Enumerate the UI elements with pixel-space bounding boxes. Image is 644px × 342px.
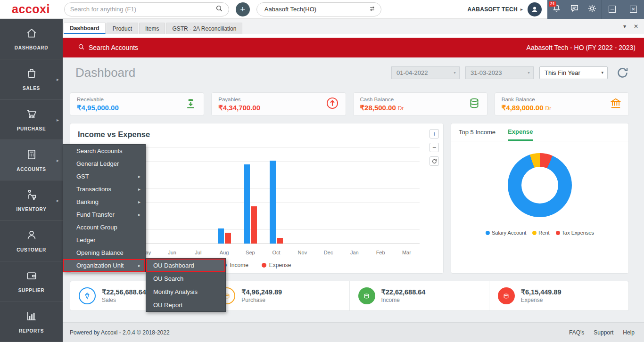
date-to-field[interactable]: 31-03-2023 ▾: [465, 66, 534, 79]
messages-button[interactable]: [565, 0, 583, 19]
search-icon[interactable]: [215, 5, 223, 14]
chevron-down-icon[interactable]: ▾: [524, 67, 533, 79]
footer-link-faqs[interactable]: FAQ's: [569, 329, 584, 336]
gear-icon: [587, 4, 597, 15]
quick-add-button[interactable]: +: [236, 2, 250, 16]
menu-item-banking[interactable]: Banking▸: [63, 195, 145, 208]
sidebar-label: DASHBOARD: [15, 45, 48, 50]
accoxi-logo[interactable]: accoxi: [12, 2, 50, 16]
tab-gstr-2a-reconciliation[interactable]: GSTR - 2A Reconciliation: [166, 23, 242, 34]
settings-button[interactable]: [583, 0, 601, 19]
menu-item-general-ledger[interactable]: General Ledger: [63, 157, 145, 170]
sidebar-label: ACCOUNTS: [17, 167, 46, 172]
org-selector[interactable]: Aabasoft Tech(HO): [256, 2, 381, 16]
receivable-card[interactable]: Receivable ₹4,95,000.00: [70, 92, 204, 116]
tab-product[interactable]: Product: [107, 23, 138, 34]
page-header: Dashboard 01-04-2022 ▾ 31-03-2023 ▾ This…: [63, 57, 644, 88]
footer-link-support[interactable]: Support: [594, 329, 613, 336]
menu-item-opening-balance[interactable]: Opening Balance: [63, 246, 145, 259]
sidebar-item-purchase[interactable]: PURCHASE ▸: [0, 100, 63, 140]
stat-label: Purchase: [241, 297, 282, 303]
bar-income-aug: [218, 228, 224, 244]
tab-top5-income[interactable]: Top 5 Income: [459, 123, 495, 141]
global-search-input[interactable]: [70, 6, 215, 13]
submenu-item-ou-search[interactable]: OU Search: [146, 272, 225, 285]
bar-group-feb: [368, 147, 394, 244]
chevron-right-icon: ▸: [57, 198, 59, 203]
sidebar: DASHBOARD SALES ▸ PURCHASE ▸ ACCOUNTS ▸ …: [0, 19, 63, 342]
tab-list-dropdown-icon[interactable]: ▾: [623, 23, 626, 30]
diamond-icon: [79, 287, 96, 304]
submenu-item-monthy-analysis[interactable]: Monthy Analysis: [146, 285, 225, 298]
total-expense[interactable]: ₹6,15,449.89 Expense: [489, 281, 628, 310]
sidebar-label: REPORTS: [19, 328, 44, 334]
chart-refresh-button[interactable]: [429, 156, 439, 166]
shopping-bag-icon: [25, 67, 38, 81]
organization-unit-submenu: OU Dashboard OU Search Monthy Analysis O…: [146, 258, 226, 312]
sidebar-item-sales[interactable]: SALES ▸: [0, 59, 63, 100]
menu-item-search-accounts[interactable]: Search Accounts: [63, 145, 145, 157]
zoom-in-button[interactable]: +: [429, 129, 439, 138]
bar-group-aug: [211, 147, 237, 244]
wallet-icon: [25, 269, 38, 284]
strip-gap: [63, 34, 644, 38]
menu-item-gst[interactable]: GST▸: [63, 170, 145, 183]
global-search[interactable]: [64, 2, 229, 16]
card-label: Receivable: [77, 97, 121, 102]
tab-top5-expense[interactable]: Expense: [508, 123, 533, 141]
menu-item-fund-transfer[interactable]: Fund Transfer▸: [63, 208, 145, 221]
calculator-icon: [25, 148, 38, 163]
receivable-icon: [184, 97, 197, 112]
sidebar-item-reports[interactable]: REPORTS: [0, 301, 63, 342]
sidebar-item-customer[interactable]: CUSTOMER: [0, 221, 63, 261]
total-purchase[interactable]: ₹4,96,249.89 Purchase: [209, 281, 349, 310]
menu-item-transactions[interactable]: Transactions▸: [63, 183, 145, 195]
user-menu[interactable]: AABASOFT TECH ▸: [467, 2, 547, 16]
tab-strip: Dashboard Product Items GSTR - 2A Reconc…: [63, 19, 644, 34]
switch-org-icon[interactable]: [368, 5, 376, 14]
chevron-right-icon: ▸: [57, 117, 59, 122]
sidebar-item-inventory[interactable]: INVENTORY ▸: [0, 180, 63, 221]
payables-card[interactable]: Payables ₹4,34,700.00: [211, 92, 346, 116]
submenu-item-ou-report[interactable]: OU Report: [146, 298, 225, 311]
donut-hole: [521, 167, 558, 204]
x-label-nov: Nov: [289, 250, 315, 255]
x-label-feb: Feb: [368, 250, 394, 255]
bar-income-sep: [244, 164, 250, 244]
menu-item-account-group[interactable]: Account Group: [63, 221, 145, 234]
menu-item-ledger[interactable]: Ledger: [63, 234, 145, 246]
minimize-button[interactable]: [602, 0, 623, 19]
sidebar-item-supplier[interactable]: SUPPLIER: [0, 261, 63, 302]
close-button[interactable]: ✕: [623, 0, 644, 19]
search-accounts-button[interactable]: Search Accounts: [78, 43, 138, 52]
payables-icon: [326, 97, 339, 112]
refresh-icon: [431, 158, 438, 164]
notifications-button[interactable]: 21: [547, 0, 565, 19]
bar-group-oct: [264, 147, 289, 244]
expense-donut: [508, 153, 572, 217]
footer-link-help[interactable]: Help: [623, 329, 635, 336]
x-label-dec: Dec: [315, 250, 341, 255]
total-income[interactable]: ₹22,62,688.64 Income: [349, 281, 489, 310]
period-select[interactable]: This Fin Year ▾: [539, 66, 608, 79]
bank-balance-card[interactable]: Bank Balance ₹4,89,000.00Dr: [495, 92, 629, 116]
refresh-dashboard-button[interactable]: [616, 66, 629, 79]
sidebar-item-accounts[interactable]: ACCOUNTS ▸: [0, 140, 63, 180]
chart-title: Income vs Expense: [78, 130, 436, 139]
tab-dashboard[interactable]: Dashboard: [64, 23, 106, 34]
income-expense-xlabels: AprMayJunJulAugSepOctNovDecJanFebMar: [107, 250, 420, 255]
salary-legend-dot: [486, 231, 490, 235]
cash-balance-card[interactable]: Cash Balance ₹28,500.00Dr: [353, 92, 487, 116]
submenu-item-ou-dashboard[interactable]: OU Dashboard: [146, 259, 225, 272]
date-from-field[interactable]: 01-04-2022 ▾: [391, 66, 460, 79]
chevron-down-icon[interactable]: ▾: [450, 67, 459, 79]
tab-close-icon[interactable]: ✕: [634, 23, 638, 30]
zoom-out-button[interactable]: −: [429, 143, 439, 152]
sidebar-item-dashboard[interactable]: DASHBOARD: [0, 19, 63, 59]
avatar[interactable]: [528, 2, 542, 16]
tab-items[interactable]: Items: [139, 23, 165, 34]
company-fy-label: Aabasoft Tech - HO (FY 2022 - 2023): [527, 44, 636, 51]
menu-item-organization-unit[interactable]: Organization Unit▸: [63, 259, 145, 272]
card-amount: ₹4,34,700.00: [218, 104, 260, 112]
bar-group-jan: [341, 147, 367, 244]
